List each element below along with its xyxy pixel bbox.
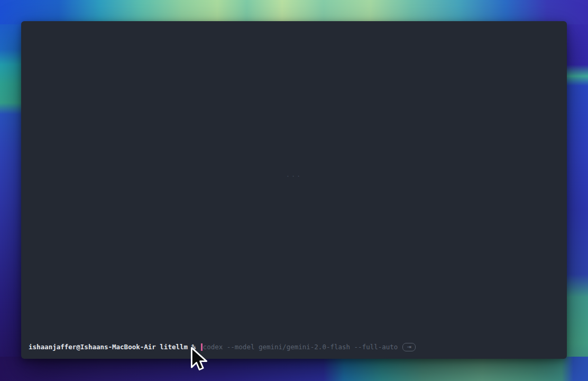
shell-prompt: ishaanjaffer@Ishaans-MacBook-Air litellm…	[29, 343, 200, 351]
terminal-window[interactable]: ... ishaanjaffer@Ishaans-MacBook-Air lit…	[21, 21, 567, 359]
spinner-dots: ...	[21, 171, 567, 178]
desktop: ... ishaanjaffer@Ishaans-MacBook-Air lit…	[0, 0, 588, 381]
terminal-prompt-line[interactable]: ishaanjaffer@Ishaans-MacBook-Air litellm…	[29, 343, 562, 351]
autosuggestion-text: codex --model gemini/gemini-2.0-flash --…	[203, 343, 398, 351]
tab-accept-hint-badge: ⇥	[402, 343, 415, 351]
mouse-arrow-cursor-icon	[190, 347, 208, 373]
